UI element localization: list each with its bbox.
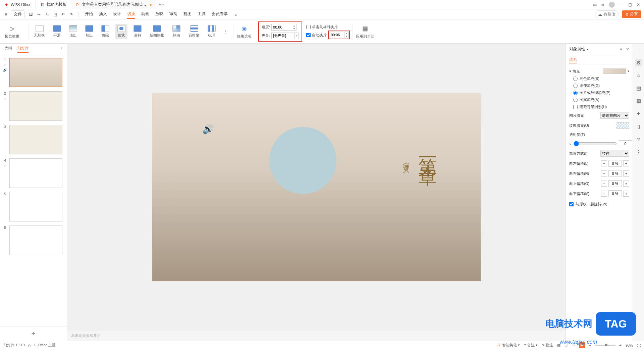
- file-menu-button[interactable]: 文件: [11, 10, 25, 18]
- click-advance-checkbox[interactable]: [306, 25, 311, 29]
- modification-tag[interactable]: ☁有修改: [595, 10, 619, 18]
- export-icon[interactable]: ↪: [36, 11, 42, 18]
- sound-label: 声音:: [262, 33, 270, 38]
- share-button[interactable]: ⇪分享: [622, 10, 641, 18]
- tab-label: WPS Office: [11, 2, 32, 7]
- transition-wipe[interactable]: 擦除: [99, 24, 111, 39]
- transition-icon: [208, 25, 216, 32]
- tab-member[interactable]: 会员专享: [212, 10, 228, 19]
- separator: [28, 23, 29, 40]
- effect-options-button[interactable]: ◉ 效果选项: [237, 24, 252, 39]
- titlebar: ◆ WPS Office ◧ 找稻壳模板 P 文字是人类用符号记录表达信息以… …: [0, 0, 644, 9]
- transition-dissolve[interactable]: 溶解: [131, 24, 144, 39]
- share-icon: ⇪: [625, 12, 629, 17]
- transition-icon: [36, 25, 44, 32]
- auto-advance-input[interactable]: [329, 32, 344, 38]
- transition-icon: [172, 25, 180, 32]
- hamburger-icon[interactable]: ≡: [3, 11, 9, 18]
- transition-icon: [133, 25, 142, 32]
- transition-more-icon[interactable]: ⋮: [224, 29, 228, 34]
- play-icon: ▷: [7, 24, 17, 33]
- spin-up-icon[interactable]: ▲: [344, 32, 348, 35]
- speed-sound-group: 速度: ▲▼ 声音: ▾: [260, 23, 301, 40]
- transition-fade[interactable]: 淡出: [67, 24, 79, 39]
- search-icon[interactable]: ⌕: [232, 11, 239, 18]
- apply-all-button[interactable]: ▤ 应用到全部: [356, 24, 374, 39]
- transition-comb[interactable]: 梳理: [206, 24, 218, 39]
- app-tab-docer[interactable]: ◧ 找稻壳模板: [36, 0, 71, 9]
- tab-tools[interactable]: 工具: [198, 10, 206, 19]
- transition-wheel[interactable]: 轮辐: [170, 24, 182, 39]
- undo-icon[interactable]: ↶: [60, 11, 66, 18]
- tab-add-button[interactable]: + ▾: [156, 2, 167, 7]
- transition-none[interactable]: 无切换: [32, 24, 47, 39]
- click-advance-label: 单击鼠标时换片: [312, 24, 338, 30]
- save-icon[interactable]: 🖫: [28, 11, 34, 18]
- transition-icon: [101, 25, 109, 32]
- speed-input[interactable]: [272, 24, 292, 30]
- spin-up-icon[interactable]: ▲: [292, 24, 296, 27]
- transition-icon: [117, 25, 125, 32]
- spin-down-icon[interactable]: ▼: [344, 35, 348, 38]
- menubar: ≡ 文件 🖫 ↪ ⎙ ◳ ↶ ↷ 开始 插入 设计 切换 动画 放映 审阅 视图…: [0, 9, 644, 19]
- advance-group: 单击鼠标时换片 自动换片: ▲▼: [306, 24, 349, 38]
- transition-morph[interactable]: 平滑: [51, 24, 63, 39]
- tab-transition[interactable]: 切换: [127, 10, 135, 19]
- tab-animation[interactable]: 动画: [141, 10, 149, 19]
- transition-icon: [53, 25, 61, 32]
- dirty-dot-icon: ●: [150, 2, 152, 7]
- redo-icon[interactable]: ↷: [68, 11, 74, 18]
- cloud-icon: ☁: [598, 12, 602, 17]
- maximize-icon[interactable]: ▢: [628, 2, 632, 7]
- auto-advance-spinner[interactable]: ▲▼: [329, 32, 349, 38]
- tab-insert[interactable]: 插入: [99, 10, 107, 19]
- transition-icon: [69, 25, 77, 32]
- transition-icon: [190, 25, 198, 32]
- tab-view[interactable]: 视图: [183, 10, 192, 19]
- reader-icon[interactable]: ▭: [593, 2, 597, 7]
- spin-down-icon[interactable]: ▼: [292, 27, 296, 30]
- separator: [233, 23, 233, 40]
- apply-icon: ▤: [361, 24, 370, 33]
- separator: [352, 23, 353, 40]
- app-tab-wps[interactable]: ◆ WPS Office: [0, 0, 36, 9]
- transition-icon: [85, 25, 93, 32]
- transition-blinds[interactable]: 百叶窗: [186, 24, 202, 39]
- tab-review[interactable]: 审阅: [169, 10, 177, 19]
- sound-value[interactable]: [272, 33, 294, 39]
- app-tab-doc[interactable]: P 文字是人类用符号记录表达信息以… ●: [71, 0, 156, 9]
- dropdown-icon[interactable]: ▾: [295, 33, 299, 39]
- speed-spinner[interactable]: ▲▼: [271, 24, 297, 31]
- transition-icon: [153, 25, 161, 32]
- wps-icon: ◆: [4, 2, 9, 7]
- docer-icon: ◧: [40, 2, 45, 7]
- speed-label: 速度:: [262, 24, 270, 30]
- tab-label: 文字是人类用符号记录表达信息以…: [82, 2, 146, 7]
- circle-icon: ◉: [239, 24, 249, 33]
- ribbon: ▷ 预览效果 无切换 平滑 淡出 切出 擦除 形状 溶解 新闻快报 轮辐 百叶窗…: [0, 19, 644, 44]
- close-icon[interactable]: ✕: [637, 2, 640, 7]
- auto-advance-checkbox[interactable]: [306, 33, 311, 37]
- sound-select[interactable]: ▾: [271, 33, 299, 39]
- cube-icon[interactable]: ⧈: [601, 2, 604, 7]
- menu-tabs: 开始 插入 设计 切换 动画 放映 审阅 视图 工具 会员专享: [85, 10, 228, 19]
- tab-play[interactable]: 放映: [155, 10, 163, 19]
- separator: [78, 12, 79, 17]
- avatar-icon[interactable]: [609, 2, 615, 8]
- tab-start[interactable]: 开始: [85, 10, 93, 19]
- auto-advance-label: 自动换片:: [312, 33, 328, 38]
- minimize-icon[interactable]: —: [620, 2, 624, 7]
- preview-effect-button[interactable]: ▷ 预览效果: [5, 24, 19, 39]
- transition-cut[interactable]: 切出: [83, 24, 95, 39]
- ppt-icon: P: [75, 2, 80, 7]
- plus-icon: +: [159, 2, 161, 7]
- tab-label: 找稻壳模板: [47, 2, 67, 7]
- transition-newsflash[interactable]: 新闻快报: [148, 24, 166, 39]
- transition-shape[interactable]: 形状: [115, 24, 127, 39]
- tab-design[interactable]: 设计: [113, 10, 121, 19]
- print-icon[interactable]: ⎙: [44, 11, 50, 18]
- preview-icon[interactable]: ◳: [52, 11, 58, 18]
